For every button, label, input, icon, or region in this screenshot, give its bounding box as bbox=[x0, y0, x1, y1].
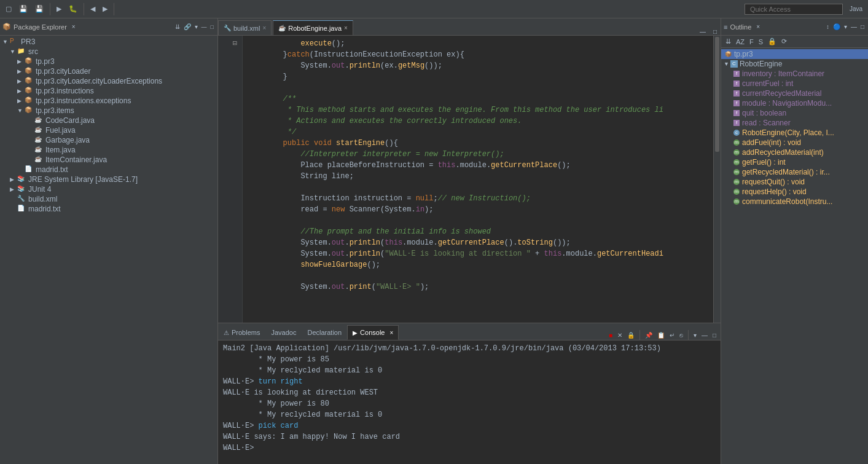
tab-label-javadoc: Javadoc bbox=[271, 329, 296, 336]
outline-collapse-all[interactable]: ⇊ bbox=[724, 37, 733, 46]
tree-label-src: src bbox=[28, 47, 38, 56]
tree-item-instructions-exceptions[interactable]: ▶ 📦 tp.pr3.instructions.exceptions bbox=[0, 96, 217, 106]
tree-item-items[interactable]: ▼ 📦 tp.pr3.items bbox=[0, 106, 217, 116]
outline-item-read[interactable]: f read : Scanner bbox=[721, 118, 868, 128]
forward-button[interactable]: ▶ bbox=[100, 3, 111, 15]
package-explorer-close-icon[interactable]: × bbox=[72, 23, 76, 30]
pin-console-button[interactable]: 📌 bbox=[643, 331, 654, 340]
outline-sync-button[interactable]: ⟳ bbox=[780, 37, 789, 46]
maximize-button[interactable]: □ bbox=[209, 22, 215, 31]
outline-view-menu-button[interactable]: ▾ bbox=[843, 22, 848, 31]
outline-sort-alpha[interactable]: AZ bbox=[734, 37, 746, 46]
tree-item-madrid-src[interactable]: ▶ 📄 madrid.txt bbox=[0, 165, 217, 175]
collapse-all-button[interactable]: ⇊ bbox=[174, 22, 181, 31]
console-header-icons: ■ ✕ 🔒 📌 📋 ↵ ⎋ ▾ — □ bbox=[604, 330, 721, 340]
outline-sort-button[interactable]: ↕ bbox=[825, 22, 831, 31]
tree-item-pr3[interactable]: ▼ P PR3 bbox=[0, 37, 217, 47]
outline-item-inventory[interactable]: f inventory : ItemContainer bbox=[721, 69, 868, 79]
outline-item-currentfuel[interactable]: f currentFuel : int bbox=[721, 79, 868, 88]
tree-item-src[interactable]: ▼ 📁 src bbox=[0, 47, 217, 57]
tree-item-instructions[interactable]: ▶ 📦 tp.pr3.instructions bbox=[0, 86, 217, 96]
outline-item-module[interactable]: f module : NavigationModu... bbox=[721, 98, 868, 108]
outline-item-currentrecycled[interactable]: f currentRecycledMaterial bbox=[721, 88, 868, 98]
copy-console-button[interactable]: 📋 bbox=[655, 331, 667, 340]
word-wrap-button[interactable]: ↵ bbox=[668, 331, 676, 340]
editor-minimize-button[interactable]: — bbox=[696, 28, 710, 35]
outline-hide-static[interactable]: S bbox=[757, 37, 765, 46]
outline-item-ctor[interactable]: c RobotEngine(City, Place, I... bbox=[721, 128, 868, 138]
perspective-button[interactable]: Java bbox=[846, 4, 866, 14]
tree-arrow-junit: ▶ bbox=[10, 186, 17, 192]
outline-hide-nonpublic[interactable]: 🔒 bbox=[766, 37, 778, 46]
tree-item-cityloader-exceptions[interactable]: ▶ 📦 tp.pr3.cityLoader.cityLoaderExceptio… bbox=[0, 76, 217, 86]
tree-item-cityloader[interactable]: ▶ 📦 tp.pr3.cityLoader bbox=[0, 66, 217, 76]
back-button[interactable]: ◀ bbox=[87, 3, 98, 15]
center-split: 🔧 build.xml × ☕ RobotEngine.java × — □ bbox=[218, 18, 721, 464]
stop-console-button[interactable]: ■ bbox=[607, 331, 614, 340]
link-with-editor-button[interactable]: 🔗 bbox=[182, 22, 192, 31]
tree-label-instrex: tp.pr3.instructions.exceptions bbox=[36, 96, 131, 105]
view-menu-button[interactable]: ▾ bbox=[194, 22, 199, 31]
ln-collapse[interactable]: ⊟ bbox=[221, 38, 237, 49]
tree-item-fuel[interactable]: ▶ ☕ Fuel.java bbox=[0, 125, 217, 135]
console-max-button[interactable]: □ bbox=[711, 331, 718, 340]
new-button[interactable]: ▢ bbox=[2, 3, 15, 15]
save-button[interactable]: 💾 bbox=[16, 3, 31, 15]
tree-item-buildxml[interactable]: ▶ 🔧 build.xml bbox=[0, 194, 217, 204]
jar-icon-jre: 📚 bbox=[17, 175, 27, 184]
clear-console-button[interactable]: ✕ bbox=[616, 331, 624, 340]
outline-max-button[interactable]: □ bbox=[859, 22, 866, 31]
outline-hide-fields[interactable]: F bbox=[748, 37, 756, 46]
outline-item-tp-pr3[interactable]: 📦 tp.pr3 bbox=[721, 49, 868, 59]
problems-icon: ⚠ bbox=[224, 329, 229, 336]
outline-item-getfuel[interactable]: m getFuel() : int bbox=[721, 157, 868, 167]
tab-robotengine[interactable]: ☕ RobotEngine.java × bbox=[273, 20, 353, 35]
save-all-button[interactable]: 💾 bbox=[32, 3, 47, 15]
outline-item-addrecycled[interactable]: m addRecycledMaterial(int) bbox=[721, 147, 868, 157]
package-explorer-header: 📦 Package Explorer × ⇊ 🔗 ▾ — □ bbox=[0, 18, 217, 36]
console-icon: ▶ bbox=[353, 329, 358, 336]
tree-item-garbage[interactable]: ▶ ☕ Garbage.java bbox=[0, 135, 217, 145]
tree-item-codecard[interactable]: ▶ ☕ CodeCard.java bbox=[0, 116, 217, 125]
outline-item-communicaterobot[interactable]: m communicateRobot(Instru... bbox=[721, 197, 868, 206]
quick-access-input[interactable] bbox=[745, 4, 843, 15]
tree-item-itemcontainer[interactable]: ▶ ☕ ItemContainer.java bbox=[0, 155, 217, 165]
console-min-button[interactable]: — bbox=[700, 331, 710, 340]
outline-item-getrecycled[interactable]: m getRecycledMaterial() : ir... bbox=[721, 167, 868, 177]
tree-item-madrid-root[interactable]: ▶ 📄 madrid.txt bbox=[0, 204, 217, 214]
tree-label-instructions: tp.pr3.instructions bbox=[36, 87, 94, 95]
console-line-1: * My power is 85 bbox=[223, 354, 716, 365]
tab-console[interactable]: ▶ Console × bbox=[347, 325, 399, 340]
tab-problems[interactable]: ⚠ Problems bbox=[218, 325, 265, 340]
tree-item-tp-pr3[interactable]: ▶ 📦 tp.pr3 bbox=[0, 57, 217, 66]
outline-item-quit[interactable]: f quit : boolean bbox=[721, 108, 868, 118]
scroll-lock-button[interactable]: 🔒 bbox=[625, 331, 636, 340]
tab-javadoc[interactable]: Javadoc bbox=[265, 325, 302, 340]
tree-arrow-src: ▼ bbox=[10, 49, 17, 55]
outline-item-requesthelp[interactable]: m requestHelp() : void bbox=[721, 187, 868, 197]
open-console-button[interactable]: ⎋ bbox=[678, 331, 685, 340]
tree-item-junit[interactable]: ▶ 📚 JUnit 4 bbox=[0, 184, 217, 194]
code-line-16: read = new Scanner(System.in); bbox=[248, 204, 708, 215]
editor-maximize-button[interactable]: □ bbox=[710, 28, 721, 35]
minimize-button[interactable]: — bbox=[200, 22, 208, 31]
close-tab-robotengine[interactable]: × bbox=[344, 25, 348, 31]
console-view-menu-button[interactable]: ▾ bbox=[692, 331, 698, 340]
outline-close-icon[interactable]: × bbox=[756, 23, 760, 30]
outline-item-requestquit[interactable]: m requestQuit() : void bbox=[721, 177, 868, 187]
run-button[interactable]: ▶ bbox=[53, 3, 65, 15]
scrollbar-thumb[interactable] bbox=[715, 37, 719, 152]
outline-min-button[interactable]: — bbox=[850, 22, 858, 31]
tab-buildxml[interactable]: 🔧 build.xml × bbox=[218, 20, 272, 35]
close-tab-buildxml[interactable]: × bbox=[262, 25, 266, 31]
debug-button[interactable]: 🐛 bbox=[66, 3, 80, 15]
tree-item-jre[interactable]: ▶ 📚 JRE System Library [JavaSE-1.7] bbox=[0, 175, 217, 184]
editor-scrollbar[interactable] bbox=[713, 36, 721, 323]
outline-item-addfuel[interactable]: m addFuel(int) : void bbox=[721, 138, 868, 147]
outline-item-robotengine[interactable]: ▼ C RobotEngine bbox=[721, 59, 868, 69]
tree-item-item[interactable]: ▶ ☕ Item.java bbox=[0, 145, 217, 155]
code-editor[interactable]: execute(); }catch(InstructionExecutionEx… bbox=[243, 36, 713, 323]
outline-hide-button[interactable]: 🔵 bbox=[832, 22, 842, 31]
tab-declaration[interactable]: Declaration bbox=[302, 325, 347, 340]
close-console-tab[interactable]: × bbox=[389, 329, 393, 336]
